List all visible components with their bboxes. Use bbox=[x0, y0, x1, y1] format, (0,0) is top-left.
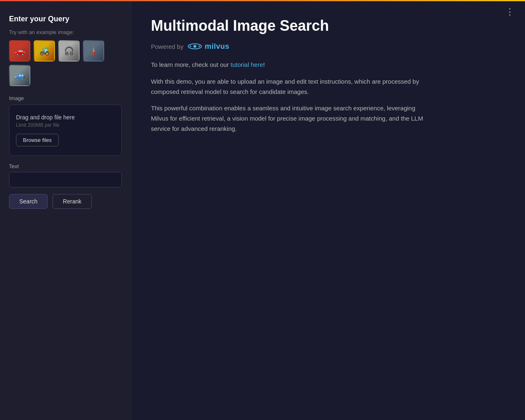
dropzone[interactable]: Drag and drop file here Limit 200MB per … bbox=[9, 105, 122, 156]
text-input[interactable] bbox=[9, 172, 122, 187]
search-button[interactable]: Search bbox=[9, 194, 48, 209]
sidebar-panel: Enter your Query Try with an example ima… bbox=[0, 0, 131, 420]
svg-point-1 bbox=[194, 45, 196, 48]
description-paragraph-3: This powerful combination enables a seam… bbox=[151, 103, 430, 134]
dropzone-main-text: Drag and drop file here bbox=[16, 114, 115, 121]
action-buttons-row: Search Rerank bbox=[9, 194, 122, 209]
svg-point-2 bbox=[189, 46, 192, 48]
tutorial-link[interactable]: tutorial here bbox=[231, 61, 263, 68]
dropzone-sub-text: Limit 200MB per file bbox=[16, 122, 115, 128]
image-section-label: Image bbox=[9, 95, 122, 101]
svg-point-3 bbox=[199, 46, 201, 48]
example-thumb-excavator[interactable]: 🚜 bbox=[34, 40, 55, 62]
excavator-icon: 🚜 bbox=[34, 41, 54, 61]
description-paragraph-2: With this demo, you are able to upload a… bbox=[151, 77, 430, 97]
milvus-logo-svg bbox=[187, 42, 202, 51]
menu-button[interactable]: ⋮ bbox=[502, 5, 518, 19]
milvus-logo-text: milvus bbox=[205, 42, 229, 51]
example-thumb-car[interactable]: 🚗 bbox=[9, 40, 30, 62]
tutorial-paragraph: To learn more, check out our tutorial he… bbox=[151, 60, 430, 70]
top-accent-bar bbox=[0, 0, 525, 1]
powered-by-label: Powered by bbox=[151, 43, 183, 50]
page-title: Multimodal Image Search bbox=[151, 17, 505, 34]
headphone-icon: 🎧 bbox=[59, 41, 79, 61]
example-images-row: 🚗 🚜 🎧 🗼 🚙 bbox=[9, 40, 122, 86]
example-thumb-headphone[interactable]: 🎧 bbox=[58, 40, 80, 62]
example-thumb-car2[interactable]: 🚙 bbox=[9, 65, 30, 86]
rerank-button[interactable]: Rerank bbox=[52, 194, 91, 209]
main-panel: ⋮ Multimodal Image Search Powered by mil… bbox=[131, 0, 525, 420]
eiffel-icon: 🗼 bbox=[84, 41, 103, 61]
milvus-logo: milvus bbox=[187, 42, 229, 51]
browse-files-button[interactable]: Browse files bbox=[16, 134, 59, 146]
car-icon: 🚗 bbox=[10, 41, 30, 61]
sidebar-title: Enter your Query bbox=[9, 15, 122, 23]
example-thumb-eiffel[interactable]: 🗼 bbox=[83, 40, 104, 62]
text-section-label: Text bbox=[9, 163, 122, 169]
car2-icon: 🚙 bbox=[10, 66, 30, 85]
tutorial-prefix: To learn more, check out our bbox=[151, 61, 231, 68]
tutorial-suffix: ! bbox=[263, 61, 265, 68]
powered-by-row: Powered by milvus bbox=[151, 42, 505, 51]
example-label: Try with an example image: bbox=[9, 29, 122, 35]
